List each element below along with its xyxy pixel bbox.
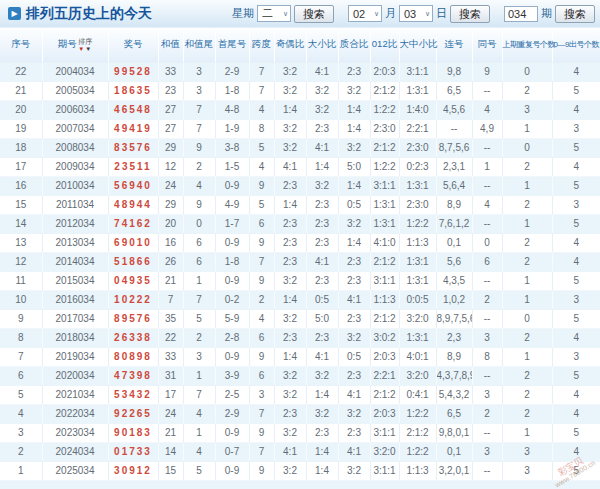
issue-header-label: 期号 <box>58 38 70 51</box>
cell: 2:3 <box>338 271 370 290</box>
cell: 0:5 <box>338 347 370 366</box>
cell: 6 <box>249 328 274 347</box>
cell: 2 <box>472 404 502 423</box>
cell: -- <box>472 423 502 442</box>
cell: 3:2 <box>338 214 370 233</box>
cell: 5 <box>183 309 215 328</box>
cell: 2:3 <box>306 214 338 233</box>
cell: 2:3:0 <box>399 195 436 214</box>
cell: 20 <box>0 100 42 119</box>
table-row: 112015034049352110-993:22:32:33:1:11:3:1… <box>0 271 600 290</box>
issue-search-button[interactable]: 搜索 <box>555 5 595 23</box>
cell: 9 <box>249 176 274 195</box>
table-row: 172009034235111221-544:11:45:01:2:20:2:3… <box>0 157 600 176</box>
date-search-button[interactable]: 搜索 <box>450 5 490 23</box>
cell: 4:1:0 <box>370 233 399 252</box>
prize-number-cell: 83576 <box>108 138 158 157</box>
cell: 1:4 <box>338 119 370 138</box>
sort-asc-icon[interactable]: ▼ <box>85 46 92 52</box>
cell: 4,5,6 <box>436 100 472 119</box>
cell: 5 <box>552 138 600 157</box>
cell: 5 <box>552 309 600 328</box>
cell: 4,9 <box>472 119 502 138</box>
cell: 1:3:1 <box>370 195 399 214</box>
cell: 2 <box>502 81 552 100</box>
week-search-button[interactable]: 搜索 <box>294 5 334 23</box>
cell: 1:2:2 <box>399 214 436 233</box>
cell: 2010034 <box>42 176 108 195</box>
cell: 5:0 <box>306 309 338 328</box>
cell: 9 <box>0 309 42 328</box>
cell: 1 <box>502 119 552 138</box>
cell: 1:4 <box>338 233 370 252</box>
lottery-history-page: ▶ 排列五历史上的今天 星期 二 ∨ 搜索 02 ∨ 月 03 ∨ 日 搜索 <box>0 0 600 489</box>
cell: 5,6,4 <box>436 176 472 195</box>
cell: 4 <box>183 404 215 423</box>
cell: 2016034 <box>42 290 108 309</box>
cell: 8 <box>472 347 502 366</box>
cell: 2:3 <box>306 233 338 252</box>
cell: 0-2 <box>215 290 249 309</box>
cell: 3 <box>502 442 552 461</box>
cell: 2012034 <box>42 214 108 233</box>
history-table: 序号 期号 排序 ▼▼ 奖号 和值 和值尾 首尾号 跨度 奇偶比 大小比 <box>0 28 600 481</box>
cell: 2 <box>502 366 552 385</box>
cell: 7,6,1,2 <box>436 214 472 233</box>
table-row: 142012034741622001-762:32:33:21:3:11:2:2… <box>0 214 600 233</box>
cell: 21 <box>0 81 42 100</box>
cell: 0 <box>502 309 552 328</box>
cell: 3:1:1 <box>370 176 399 195</box>
cell: 2:3 <box>338 62 370 81</box>
cell: 29 <box>158 138 183 157</box>
cell: 4:1 <box>306 62 338 81</box>
day-select[interactable]: 03 ∨ <box>399 5 433 22</box>
cell: 12 <box>0 252 42 271</box>
cell: 3 <box>472 385 502 404</box>
cell: 1:1:3 <box>370 290 399 309</box>
table-header-row: 序号 期号 排序 ▼▼ 奖号 和值 和值尾 首尾号 跨度 奇偶比 大小比 <box>0 28 600 62</box>
cell: 1:4 <box>274 195 306 214</box>
cell: 2:3 <box>274 176 306 195</box>
cell: 2 <box>502 252 552 271</box>
cell: 0 <box>502 62 552 81</box>
week-select-value: 二 <box>262 6 273 21</box>
search-controls: 星期 二 ∨ 搜索 02 ∨ 月 03 ∨ 日 搜索 期 搜索 <box>232 5 595 23</box>
cell: 12 <box>158 157 183 176</box>
month-select[interactable]: 02 ∨ <box>348 5 382 22</box>
cell: 2025034 <box>42 461 108 480</box>
table-row: 192007034494192771-983:22:31:42:3:02:2:1… <box>0 119 600 138</box>
table-row: 22024034017331440-774:11:44:13:2:01:2:20… <box>0 442 600 461</box>
cell: 9 <box>249 347 274 366</box>
cell: 4 <box>552 62 600 81</box>
cell: 4:1 <box>338 385 370 404</box>
cell: 21 <box>158 271 183 290</box>
cell: 1:4 <box>306 385 338 404</box>
cell: 4 <box>552 233 600 252</box>
cell: -- <box>472 214 502 233</box>
table-row: 92017034895763555-943:25:02:32:1:23:2:08… <box>0 309 600 328</box>
cell: 4,3,5 <box>436 271 472 290</box>
cell: 9 <box>472 62 502 81</box>
cell: 8,9,7,5,6 <box>436 309 472 328</box>
prize-number-cell: 49419 <box>108 119 158 138</box>
prize-number-cell: 23511 <box>108 157 158 176</box>
cell: 3:2:0 <box>370 442 399 461</box>
cell: 5-9 <box>215 309 249 328</box>
table-row: 182008034835762993-853:24:13:22:1:22:3:0… <box>0 138 600 157</box>
cell: 1 <box>502 347 552 366</box>
cell: 2:1:2 <box>370 385 399 404</box>
issue-input[interactable] <box>504 6 538 22</box>
cell: 3:1:1 <box>399 62 436 81</box>
cell: 31 <box>158 366 183 385</box>
cell: 3 <box>183 62 215 81</box>
cell: 4 <box>0 404 42 423</box>
cell: 22 <box>158 328 183 347</box>
cell: -- <box>472 81 502 100</box>
cell: 3 <box>552 119 600 138</box>
cell: 4:0:1 <box>399 347 436 366</box>
cell: 7 <box>249 62 274 81</box>
cell: 3 <box>502 100 552 119</box>
table-row: 52021034534321772-533:21:44:12:1:20:4:15… <box>0 385 600 404</box>
cell: 2:0:3 <box>370 62 399 81</box>
week-select[interactable]: 二 ∨ <box>257 5 291 22</box>
